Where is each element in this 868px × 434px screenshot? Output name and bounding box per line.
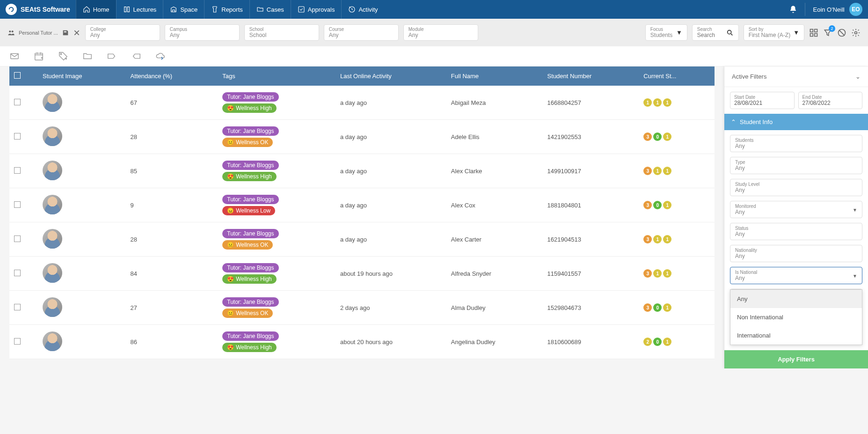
- nav-approvals[interactable]: Approvals: [291, 0, 342, 19]
- last-activity: a day ago: [336, 154, 446, 188]
- sidebar-header[interactable]: Active Filters ⌄: [724, 66, 868, 87]
- filter-school[interactable]: SchoolSchool: [244, 24, 319, 41]
- filter-campus[interactable]: CampusAny: [165, 24, 240, 41]
- filter-sort[interactable]: Sort byFirst Name (A-Z)▼: [744, 24, 804, 41]
- grid-icon[interactable]: [809, 28, 818, 37]
- cloud-sync-icon[interactable]: [155, 51, 166, 61]
- filter-toggle-icon[interactable]: 2: [823, 28, 832, 37]
- stage-dot: 3: [643, 201, 652, 209]
- end-date-field[interactable]: End Date27/08/2022: [798, 92, 863, 109]
- filter-field-study-level[interactable]: Study LevelAny: [730, 179, 862, 196]
- filter-field-is-national[interactable]: Is NationalAny▼: [730, 267, 862, 284]
- table-row[interactable]: 28Tutor: Jane Bloggs😐Wellness OKa day ag…: [9, 222, 715, 257]
- chevron-up-icon: ⌃: [731, 118, 736, 125]
- student-number: 1529804673: [543, 291, 639, 325]
- personal-tutor-label: Personal Tutor ...: [19, 30, 58, 36]
- search-field[interactable]: [697, 32, 725, 38]
- row-checkbox[interactable]: [14, 235, 21, 242]
- table-row[interactable]: 9Tutor: Jane Bloggs😠Wellness Lowa day ag…: [9, 188, 715, 222]
- stage-dot: 1: [663, 235, 671, 243]
- notifications-icon[interactable]: [789, 5, 797, 14]
- row-checkbox[interactable]: [14, 338, 21, 345]
- close-icon[interactable]: [73, 29, 80, 37]
- label-icon[interactable]: [107, 51, 117, 61]
- full-name: Alex Clarke: [446, 154, 543, 188]
- wellness-tag: 😐Wellness OK: [222, 138, 273, 147]
- nav-space[interactable]: Space: [163, 0, 204, 19]
- nav-lectures[interactable]: Lectures: [116, 0, 163, 19]
- table-row[interactable]: 84Tutor: Jane Bloggs😍Wellness Highabout …: [9, 257, 715, 291]
- filter-college[interactable]: CollegeAny: [85, 24, 160, 41]
- nav-reports[interactable]: Reports: [204, 0, 249, 19]
- table-wrap: Student ImageAttendance (%)TagsLast Onli…: [0, 66, 724, 368]
- filter-field-nationality[interactable]: NationalityAny: [730, 245, 862, 262]
- stage-dot: 1: [653, 235, 662, 243]
- mail-icon[interactable]: [9, 51, 20, 61]
- table-row[interactable]: 67Tutor: Jane Bloggs😍Wellness Higha day …: [9, 86, 715, 120]
- dropdown-option[interactable]: Any: [730, 290, 862, 308]
- attendance-value: 28: [126, 222, 218, 257]
- nav-cases[interactable]: Cases: [249, 0, 291, 19]
- select-all-checkbox[interactable]: [14, 72, 21, 79]
- full-name: Alex Cox: [446, 188, 543, 222]
- filter-module[interactable]: ModuleAny: [403, 24, 478, 41]
- table-row[interactable]: 86Tutor: Jane Bloggs😍Wellness Highabout …: [9, 325, 715, 359]
- full-name: Alex Carter: [446, 222, 543, 257]
- dropdown-option[interactable]: International: [730, 326, 862, 345]
- col-5: Full Name: [446, 66, 543, 86]
- nav-home[interactable]: Home: [76, 0, 116, 19]
- block-icon[interactable]: [837, 28, 846, 37]
- filter-field-status[interactable]: StatusAny: [730, 223, 862, 240]
- tutor-tag: Tutor: Jane Bloggs: [222, 92, 278, 102]
- row-checkbox[interactable]: [14, 167, 21, 174]
- cases-icon: [256, 6, 264, 13]
- col-4: Last Online Activity: [336, 66, 446, 86]
- table-row[interactable]: 28Tutor: Jane Bloggs😐Wellness OKa day ag…: [9, 120, 715, 154]
- filter-field-students[interactable]: StudentsAny: [730, 135, 862, 152]
- folder-icon[interactable]: [82, 51, 93, 61]
- filter-field-type[interactable]: TypeAny: [730, 157, 862, 174]
- stage-dot: 3: [643, 167, 652, 175]
- user-block[interactable]: Eoin O'Neill EO: [805, 3, 862, 16]
- attendance-value: 67: [126, 86, 218, 120]
- section-student-info[interactable]: ⌃ Student Info: [724, 114, 868, 130]
- label-alt-icon[interactable]: [131, 51, 141, 61]
- stage-dot: 0: [653, 338, 662, 346]
- svg-point-10: [855, 31, 857, 34]
- filter-focus[interactable]: FocusStudents▼: [645, 24, 687, 41]
- apply-filters-button[interactable]: Apply Filters: [724, 350, 868, 368]
- search-input[interactable]: Search: [692, 24, 739, 41]
- student-number: 1421902553: [543, 120, 639, 154]
- stage-dot: 1: [653, 269, 662, 278]
- chevron-down-icon: ▼: [853, 207, 857, 212]
- tutor-tag: Tutor: Jane Bloggs: [222, 126, 278, 136]
- search-icon: [726, 29, 734, 37]
- save-icon[interactable]: [62, 29, 69, 37]
- stage-dot: 3: [643, 132, 652, 141]
- start-date-field[interactable]: Start Date28/08/2021: [730, 92, 795, 109]
- filter-field-monitored[interactable]: MonitoredAny▼: [730, 201, 862, 218]
- row-checkbox[interactable]: [14, 304, 21, 310]
- reports-icon: [211, 6, 219, 13]
- svg-point-3: [12, 30, 14, 32]
- wellness-tag: 😍Wellness High: [222, 274, 276, 284]
- stage-dot: 1: [653, 98, 662, 107]
- dropdown-option[interactable]: Non International: [730, 308, 862, 326]
- stage-dot: 1: [663, 338, 671, 346]
- tag-add-icon[interactable]: [58, 51, 68, 61]
- stage-dot: 1: [653, 167, 662, 175]
- sidebar-dates: Start Date28/08/2021 End Date27/08/2022: [724, 87, 868, 114]
- user-avatar: EO: [849, 3, 862, 16]
- row-checkbox[interactable]: [14, 270, 21, 276]
- nav-activity[interactable]: Activity: [341, 0, 384, 19]
- gear-icon[interactable]: [851, 28, 861, 37]
- filters-sidebar: Active Filters ⌄ Start Date28/08/2021 En…: [724, 66, 868, 368]
- table-row[interactable]: 27Tutor: Jane Bloggs😐Wellness OK2 days a…: [9, 291, 715, 325]
- row-checkbox[interactable]: [14, 201, 21, 208]
- filter-course[interactable]: CourseAny: [324, 24, 399, 41]
- table-row[interactable]: 85Tutor: Jane Bloggs😍Wellness Higha day …: [9, 154, 715, 188]
- student-number: 1668804257: [543, 86, 639, 120]
- row-checkbox[interactable]: [14, 99, 21, 105]
- calendar-add-icon[interactable]: [34, 51, 44, 61]
- row-checkbox[interactable]: [14, 133, 21, 140]
